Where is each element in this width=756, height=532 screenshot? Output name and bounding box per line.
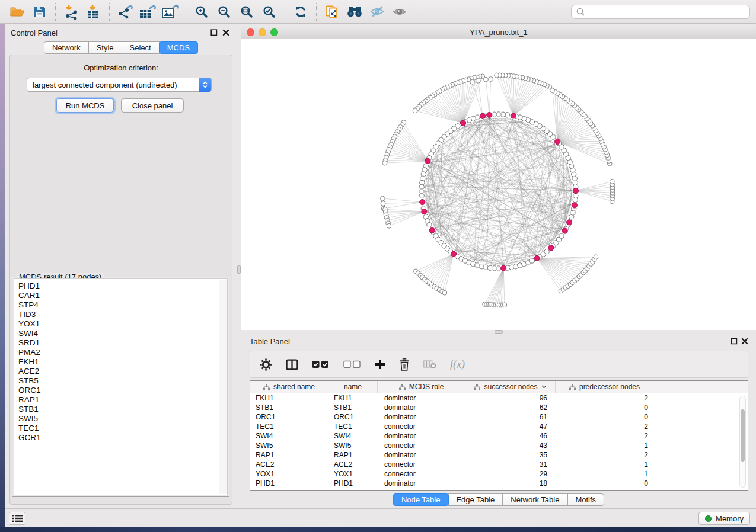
column-header-mcds-role[interactable]: MCDS role: [378, 381, 465, 393]
column-header-name[interactable]: name: [328, 381, 378, 393]
float-panel-icon[interactable]: [730, 337, 738, 345]
tab-network-table[interactable]: Network Table: [502, 493, 567, 506]
delete-columns-button[interactable]: [399, 358, 410, 371]
close-panel-button[interactable]: Close panel: [121, 98, 184, 113]
network-node[interactable]: [559, 233, 564, 238]
network-canvas[interactable]: [241, 39, 756, 330]
task-history-button[interactable]: [9, 512, 25, 525]
mcds-network-node[interactable]: [534, 255, 540, 261]
table-row[interactable]: TEC1TEC1connector472: [250, 422, 748, 431]
create-column-button[interactable]: [375, 359, 385, 370]
zoom-selected-button[interactable]: [258, 2, 280, 22]
table-row[interactable]: YOX1YOX1connector291: [250, 469, 748, 479]
network-node[interactable]: [413, 108, 417, 113]
search-input[interactable]: [585, 7, 745, 17]
mcds-network-node[interactable]: [562, 228, 567, 233]
table-row[interactable]: STB1STB1dominator620: [250, 403, 748, 412]
tab-node-table[interactable]: Node Table: [393, 493, 449, 506]
export-network-button[interactable]: [114, 2, 136, 22]
table-row[interactable]: PHD1PHD1dominator180: [250, 479, 748, 488]
zoom-fit-button[interactable]: [235, 2, 258, 22]
mcds-network-node[interactable]: [480, 113, 485, 118]
first-neighbors-button[interactable]: [343, 2, 366, 22]
toggle-columns-button[interactable]: [286, 359, 298, 370]
network-node[interactable]: [495, 73, 499, 78]
mcds-network-node[interactable]: [422, 209, 427, 214]
mcds-list-scrollbar[interactable]: [219, 280, 227, 494]
tab-select[interactable]: Select: [122, 41, 160, 54]
save-session-button[interactable]: [28, 2, 51, 22]
memory-button[interactable]: Memory: [698, 512, 750, 525]
column-header-shared-name[interactable]: shared name: [250, 381, 328, 393]
close-panel-icon[interactable]: [741, 337, 749, 345]
copy-network-button[interactable]: [321, 2, 343, 22]
table-row[interactable]: FKH1FKH1dominator962: [250, 393, 748, 403]
network-node[interactable]: [382, 161, 387, 165]
network-node[interactable]: [489, 77, 493, 82]
zoom-out-button[interactable]: [213, 2, 235, 22]
import-network-button[interactable]: [60, 2, 82, 22]
network-node[interactable]: [544, 249, 549, 254]
zoom-in-button[interactable]: [190, 2, 213, 22]
table-row[interactable]: SWI4SWI4dominator462: [250, 431, 748, 441]
tab-edge-table[interactable]: Edge Table: [448, 493, 503, 506]
network-node[interactable]: [387, 223, 391, 228]
mcds-network-node[interactable]: [451, 251, 456, 257]
table-scrollbar[interactable]: [739, 396, 746, 488]
mcds-network-node[interactable]: [511, 113, 516, 118]
tab-network[interactable]: Network: [44, 41, 89, 54]
export-table-button[interactable]: [136, 2, 159, 22]
table-row[interactable]: SWI5SWI5connector431: [250, 441, 748, 450]
network-node[interactable]: [550, 88, 555, 93]
deselect-all-button[interactable]: [343, 360, 361, 368]
import-table-button[interactable]: [82, 2, 105, 22]
mcds-network-node[interactable]: [420, 200, 425, 205]
network-node[interactable]: [419, 193, 424, 198]
hide-selected-button[interactable]: [366, 2, 388, 22]
mcds-network-node[interactable]: [460, 120, 465, 126]
open-file-button[interactable]: [6, 2, 28, 22]
network-node[interactable]: [470, 79, 475, 84]
table-row[interactable]: ACE2ACE2connector311: [250, 460, 748, 469]
network-node[interactable]: [476, 78, 481, 83]
network-node[interactable]: [492, 112, 497, 117]
network-node[interactable]: [381, 196, 385, 201]
tab-mcds[interactable]: MCDS: [159, 41, 198, 54]
mcds-network-node[interactable]: [548, 245, 554, 251]
close-panel-icon[interactable]: [222, 28, 230, 37]
float-panel-icon[interactable]: [210, 28, 218, 37]
mcds-network-node[interactable]: [501, 265, 506, 271]
network-node[interactable]: [427, 222, 432, 227]
mcds-network-node[interactable]: [429, 227, 435, 233]
network-node[interactable]: [381, 201, 385, 206]
tab-style[interactable]: Style: [88, 41, 122, 54]
select-all-button[interactable]: [312, 360, 330, 368]
network-node[interactable]: [594, 255, 598, 259]
run-mcds-button[interactable]: Run MCDS: [56, 98, 114, 113]
network-window-titlebar[interactable]: YPA_prune.txt_1: [241, 26, 756, 39]
mcds-network-node[interactable]: [566, 220, 572, 225]
mcds-network-node[interactable]: [487, 112, 492, 117]
network-node[interactable]: [496, 266, 501, 271]
refresh-button[interactable]: [289, 2, 312, 22]
network-node[interactable]: [529, 258, 534, 263]
network-node[interactable]: [502, 303, 507, 307]
network-node[interactable]: [573, 193, 578, 198]
table-row[interactable]: ORC1ORC1dominator610: [250, 412, 748, 422]
export-image-button[interactable]: [159, 2, 181, 22]
column-header-predecessor-nodes[interactable]: predecessor nodes: [556, 381, 653, 393]
mcds-network-node[interactable]: [555, 139, 560, 144]
mcds-network-node[interactable]: [572, 203, 577, 208]
mcds-network-node[interactable]: [425, 158, 430, 164]
tab-motifs[interactable]: Motifs: [567, 493, 604, 506]
network-node[interactable]: [442, 290, 447, 295]
network-node[interactable]: [610, 179, 614, 184]
network-node[interactable]: [484, 77, 489, 82]
chevron-down-icon[interactable]: [541, 385, 547, 389]
optimization-criterion-select[interactable]: largest connected component (undirected): [27, 78, 212, 92]
scrollbar-thumb[interactable]: [741, 409, 745, 462]
column-header-successor-nodes[interactable]: successor nodes: [465, 381, 556, 393]
table-options-button[interactable]: [260, 358, 272, 371]
mcds-network-node[interactable]: [573, 188, 578, 193]
show-all-button[interactable]: [388, 2, 411, 22]
